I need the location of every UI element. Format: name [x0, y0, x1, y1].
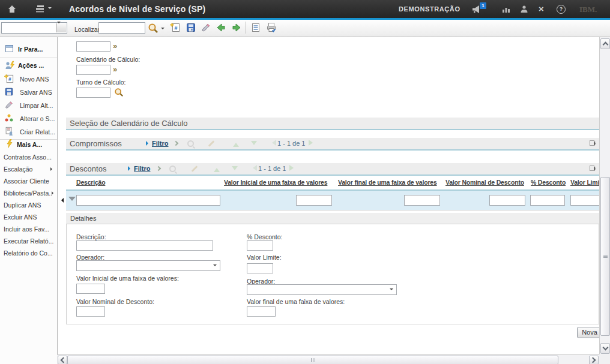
sidebar-item-incluir-favoritos[interactable]: Incluir aos Fav...	[0, 224, 57, 235]
move-down-disabled-icon[interactable]	[251, 141, 257, 148]
search-disabled-icon[interactable]	[187, 140, 194, 147]
cell-input-pct-desconto[interactable]	[530, 195, 565, 206]
windows-menu-icon[interactable]	[35, 5, 46, 14]
column-header-valor-limite[interactable]: Valor Limi	[570, 179, 599, 186]
record-combobox[interactable]	[1, 22, 67, 34]
sidebar-item-mais-acoes[interactable]: Mais A...	[0, 138, 57, 150]
edit-disabled-icon[interactable]	[208, 140, 215, 147]
save-icon[interactable]	[186, 22, 196, 34]
sidebar-item-executar-relatorio[interactable]: Executar Relató...	[0, 236, 57, 247]
lookup-icon[interactable]	[114, 88, 124, 98]
sidebar-item-contratos[interactable]: Contratos Asso...	[0, 152, 57, 163]
sidebar-item-acoes[interactable]: Ações ...	[0, 60, 57, 72]
localizar-input[interactable]	[98, 22, 145, 34]
user-icon[interactable]	[520, 5, 528, 14]
scroll-left-button[interactable]	[58, 356, 67, 364]
next-page-icon[interactable]	[309, 140, 316, 146]
cell-input-descricao[interactable]	[76, 195, 220, 206]
horizontal-scrollbar[interactable]	[57, 354, 599, 364]
sidebar-collapse-handle[interactable]	[59, 198, 64, 203]
sidebar-item-associar-cliente[interactable]: Associar Cliente	[0, 176, 57, 187]
combobox-caret-icon[interactable]	[56, 23, 66, 32]
filtro-link[interactable]: Filtro	[134, 165, 151, 172]
cell-input-valor-nominal[interactable]	[489, 195, 525, 206]
help-icon[interactable]: ?	[557, 5, 566, 14]
sidebar-item-criar-relatorio[interactable]: Criar Relat...	[0, 126, 57, 138]
column-header-descricao[interactable]: Descrição	[76, 179, 105, 186]
valor-limite-input[interactable]	[247, 263, 273, 273]
vertical-scrollbar[interactable]	[599, 37, 610, 354]
sidebar-item-relatorio-co[interactable]: Relatório do Co...	[0, 248, 57, 259]
operador2-select[interactable]	[247, 284, 397, 295]
chevron-down-icon	[390, 288, 393, 292]
cell-input-valor-final[interactable]	[404, 195, 440, 206]
valor-final-input[interactable]	[247, 306, 276, 317]
search-icon[interactable]	[148, 23, 159, 35]
pct-desconto-input[interactable]	[247, 240, 273, 251]
sidebar-item-duplicar-ans[interactable]: Duplicar ANS	[0, 200, 57, 211]
filtro-link[interactable]: Filtro	[152, 140, 169, 147]
grid-row[interactable]	[66, 191, 599, 210]
previous-page-icon[interactable]	[250, 165, 257, 171]
menu-caret-icon[interactable]	[48, 7, 52, 11]
print-icon[interactable]	[266, 22, 277, 34]
valor-inicial-input[interactable]	[76, 284, 105, 294]
new-record-icon[interactable]: #	[170, 22, 181, 34]
column-header-valor-nominal[interactable]: Valor Nominal de Desconto	[445, 179, 524, 186]
operador-select[interactable]	[76, 260, 220, 271]
move-down-disabled-icon[interactable]	[232, 166, 238, 173]
filter-play-icon[interactable]	[128, 166, 133, 171]
record-list-icon[interactable]	[250, 22, 261, 34]
cell-input-valor-limite[interactable]	[570, 195, 599, 206]
next-page-icon[interactable]	[289, 165, 297, 171]
chevron-right-icon[interactable]	[174, 141, 178, 146]
new-document-icon: #	[4, 74, 14, 85]
form-field-input[interactable]	[76, 41, 110, 52]
sidebar-item-alterar[interactable]: Alterar o S...	[0, 113, 57, 125]
vertical-scroll-thumb[interactable]	[600, 177, 610, 336]
fill-chevron-icon[interactable]: »	[113, 42, 117, 50]
scroll-down-button[interactable]	[600, 343, 610, 354]
turno-input[interactable]	[76, 88, 110, 98]
nova-button[interactable]: Nova	[577, 327, 599, 338]
cell-input-valor-inicial[interactable]	[296, 195, 332, 206]
close-icon[interactable]: ×	[539, 5, 544, 13]
filter-play-icon[interactable]	[146, 141, 151, 146]
lightning-icon	[6, 139, 13, 149]
row-expander-icon[interactable]	[68, 197, 76, 204]
next-record-icon[interactable]	[231, 22, 242, 34]
move-up-disabled-icon[interactable]	[233, 140, 239, 147]
valor-nominal-input[interactable]	[76, 306, 105, 317]
sidebar-item-limpar[interactable]: Limpar Alt...	[0, 100, 57, 112]
column-header-valor-final[interactable]: Valor final de uma faixa de valores	[338, 179, 437, 186]
previous-record-icon[interactable]	[216, 22, 226, 34]
chevron-left-icon	[61, 357, 67, 363]
move-up-disabled-icon[interactable]	[214, 165, 220, 172]
horizontal-scroll-thumb[interactable]	[67, 356, 558, 364]
collapse-section-icon[interactable]	[589, 165, 597, 174]
chevron-right-icon[interactable]	[156, 166, 161, 171]
bar-chart-icon[interactable]	[502, 5, 511, 14]
descricao-input[interactable]	[76, 240, 213, 251]
sidebar-item-novo-ans[interactable]: # Novo ANS	[0, 73, 57, 85]
clear-changes-icon[interactable]	[201, 22, 211, 34]
scroll-right-button[interactable]	[589, 356, 599, 364]
column-header-valor-inicial[interactable]: Valor Inicial de uma faixa de valores	[224, 179, 327, 186]
sidebar-item-salvar-ans[interactable]: Salvar ANS	[0, 86, 57, 98]
collapse-section-icon[interactable]	[589, 140, 597, 149]
previous-page-icon[interactable]	[269, 140, 276, 146]
search-disabled-icon[interactable]	[169, 166, 176, 172]
edit-disabled-icon[interactable]	[192, 166, 198, 172]
search-options-caret-icon[interactable]	[161, 28, 165, 31]
sidebar-item-escalacao[interactable]: Escalação	[0, 164, 57, 175]
save-icon	[4, 87, 14, 98]
sidebar-item-excluir-ans[interactable]: Excluir ANS	[0, 212, 57, 223]
column-header-pct-desconto[interactable]: % Desconto	[531, 179, 566, 186]
sidebar-item-ir-para[interactable]: Ir Para...	[0, 44, 57, 56]
home-icon[interactable]	[7, 4, 17, 15]
sidebar-item-biblioteca[interactable]: Biblioteca/Pasta..	[0, 188, 57, 199]
scroll-up-button[interactable]	[600, 38, 610, 49]
fill-chevron-icon[interactable]: »	[113, 65, 117, 73]
grid-header-row: Descrição Valor Inicial de uma faixa de …	[66, 176, 599, 191]
calendario-input[interactable]	[76, 65, 110, 75]
